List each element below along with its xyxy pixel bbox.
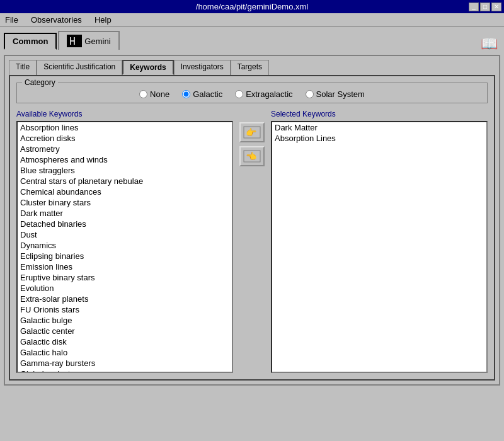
menu-observatories[interactable]: Observatories bbox=[28, 14, 84, 25]
list-item[interactable]: Accretion disks bbox=[18, 133, 232, 144]
selected-keywords-panel: Selected Keywords Dark MatterAbsorption … bbox=[271, 110, 488, 373]
radio-none[interactable]: None bbox=[139, 89, 169, 99]
main-panel: Title Scientific Justification Keywords … bbox=[4, 55, 500, 386]
selected-keywords-list[interactable]: Dark MatterAbsorption Lines bbox=[271, 121, 488, 373]
svg-text:👈: 👈 bbox=[246, 151, 257, 162]
menu-file[interactable]: File bbox=[3, 14, 21, 25]
tab-targets[interactable]: Targets bbox=[231, 60, 269, 75]
list-item[interactable]: Central stars of planetary nebulae bbox=[18, 176, 232, 186]
tab-title[interactable]: Title bbox=[9, 60, 37, 75]
radio-galactic[interactable]: Galactic bbox=[182, 89, 222, 99]
list-item[interactable]: Absorption lines bbox=[18, 122, 232, 133]
radio-extragalactic-input[interactable] bbox=[235, 90, 243, 98]
list-item[interactable]: Blue stragglers bbox=[18, 165, 232, 176]
category-radio-group: None Galactic Extragalactic Solar System bbox=[23, 89, 481, 99]
radio-solar-input[interactable] bbox=[306, 90, 314, 98]
remove-keyword-button[interactable]: 👈 bbox=[239, 146, 265, 166]
list-item[interactable]: Dynamics bbox=[18, 240, 232, 251]
title-text: /home/caa/pit/geminiDemo.xml bbox=[196, 2, 308, 11]
available-keywords-panel: Available Keywords Absorption linesAccre… bbox=[16, 110, 233, 373]
tab-common[interactable]: Common bbox=[4, 33, 57, 50]
tab-investigators[interactable]: Investigators bbox=[174, 60, 231, 75]
list-item[interactable]: Absorption Lines bbox=[272, 133, 486, 144]
list-item[interactable]: Dark matter bbox=[18, 208, 232, 219]
radio-none-input[interactable] bbox=[139, 90, 147, 98]
add-keyword-button[interactable]: 👉 bbox=[239, 122, 265, 142]
list-item[interactable]: Evolution bbox=[18, 283, 232, 294]
tab-scientific-justification[interactable]: Scientific Justification bbox=[37, 60, 122, 75]
close-button[interactable]: ✕ bbox=[491, 3, 501, 11]
list-item[interactable]: Cluster binary stars bbox=[18, 197, 232, 208]
tab-keywords[interactable]: Keywords bbox=[122, 60, 173, 75]
list-item[interactable]: Extra-solar planets bbox=[18, 294, 232, 304]
tab-common-label: Common bbox=[13, 37, 48, 46]
keywords-inner-panel: Category None Galactic Extragalactic bbox=[9, 75, 495, 381]
list-item[interactable]: Galactic disk bbox=[18, 336, 232, 347]
list-item[interactable]: Chemical abundances bbox=[18, 186, 232, 197]
list-item[interactable]: Dark Matter bbox=[272, 122, 486, 133]
book-icon[interactable]: 📖 bbox=[481, 36, 500, 52]
minimize-button[interactable]: _ bbox=[469, 3, 479, 11]
maximize-button[interactable]: □ bbox=[480, 3, 490, 11]
radio-galactic-input[interactable] bbox=[182, 90, 190, 98]
selected-keywords-label: Selected Keywords bbox=[271, 110, 488, 118]
keywords-section: Available Keywords Absorption linesAccre… bbox=[16, 110, 488, 373]
tab-gemini-label: Gemini bbox=[84, 37, 110, 46]
menu-bar: File Observatories Help bbox=[0, 13, 504, 27]
list-item[interactable]: Eruptive binary stars bbox=[18, 272, 232, 283]
title-bar: /home/caa/pit/geminiDemo.xml _ □ ✕ bbox=[0, 0, 504, 13]
list-item[interactable]: Astrometry bbox=[18, 144, 232, 154]
list-item[interactable]: Dust bbox=[18, 229, 232, 240]
gemini-icon bbox=[67, 35, 82, 47]
transfer-buttons: 👉 👈 bbox=[239, 110, 265, 166]
list-item[interactable]: Galactic center bbox=[18, 326, 232, 336]
list-item[interactable]: Detached binaries bbox=[18, 219, 232, 229]
list-item[interactable]: Galactic bulge bbox=[18, 315, 232, 326]
category-legend: Category bbox=[22, 78, 58, 87]
list-item[interactable]: FU Orionis stars bbox=[18, 304, 232, 315]
tab-gemini[interactable]: Gemini bbox=[58, 31, 119, 50]
available-keywords-label: Available Keywords bbox=[16, 110, 233, 118]
radio-solar-system[interactable]: Solar System bbox=[306, 89, 365, 99]
list-item[interactable]: Gamma-ray bursters bbox=[18, 358, 232, 369]
list-item[interactable]: Eclipsing binaries bbox=[18, 251, 232, 261]
radio-extragalactic[interactable]: Extragalactic bbox=[235, 89, 292, 99]
svg-text:👉: 👉 bbox=[246, 127, 257, 138]
list-item[interactable]: Emission lines bbox=[18, 261, 232, 272]
list-item[interactable]: Atmospheres and winds bbox=[18, 154, 232, 165]
second-tab-row: Title Scientific Justification Keywords … bbox=[9, 60, 495, 75]
available-keywords-list[interactable]: Absorption linesAccretion disksAstrometr… bbox=[16, 121, 233, 373]
list-item[interactable]: Galactic halo bbox=[18, 347, 232, 358]
list-item[interactable]: Globular clusters bbox=[18, 369, 232, 373]
category-box: Category None Galactic Extragalactic bbox=[16, 83, 488, 103]
menu-help[interactable]: Help bbox=[92, 14, 114, 25]
